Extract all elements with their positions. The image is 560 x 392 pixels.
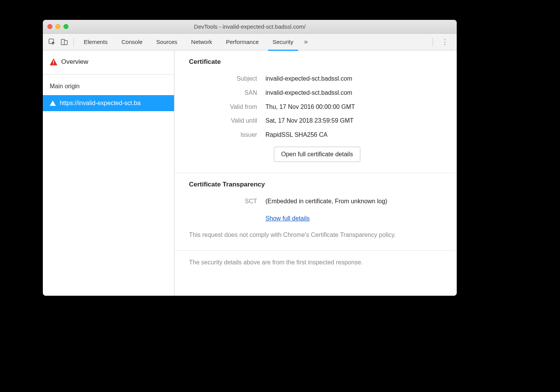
tab-security[interactable]: Security bbox=[268, 34, 298, 50]
cert-val: Thu, 17 Nov 2016 00:00:00 GMT bbox=[265, 102, 442, 113]
show-full-details-link[interactable]: Show full details bbox=[265, 213, 310, 224]
tab-label: Console bbox=[122, 39, 143, 45]
ct-section: Certificate Transparency SCT (Embedded i… bbox=[174, 173, 457, 251]
close-window-button[interactable] bbox=[47, 24, 52, 29]
tab-label: Performance bbox=[226, 39, 259, 45]
window-title: DevTools - invalid-expected-sct.badssl.c… bbox=[43, 23, 457, 30]
main-origin-heading: Main origin bbox=[43, 75, 174, 95]
tab-label: Security bbox=[273, 39, 293, 45]
certificate-heading: Certificate bbox=[189, 58, 442, 66]
tab-console[interactable]: Console bbox=[117, 34, 147, 50]
device-toolbar-icon[interactable] bbox=[58, 36, 70, 48]
ct-link-row: Show full details bbox=[189, 209, 442, 226]
cert-key: SAN bbox=[189, 87, 265, 99]
ct-val: (Embedded in certificate, From unknown l… bbox=[265, 196, 442, 207]
tab-network[interactable]: Network bbox=[187, 34, 217, 50]
sidebar-item-overview[interactable]: Overview bbox=[43, 50, 174, 75]
tab-label: Network bbox=[191, 39, 212, 45]
ct-heading: Certificate Transparency bbox=[189, 181, 442, 188]
sidebar: Overview Main origin https://invalid-exp… bbox=[43, 50, 174, 296]
cert-row-valid-from: Valid from Thu, 17 Nov 2016 00:00:00 GMT bbox=[189, 100, 442, 114]
tab-performance[interactable]: Performance bbox=[221, 34, 264, 50]
open-certificate-details-button[interactable]: Open full certificate details bbox=[274, 147, 360, 162]
inspect-element-icon[interactable] bbox=[46, 36, 58, 48]
cert-val: Sat, 17 Nov 2018 23:59:59 GMT bbox=[265, 115, 442, 126]
warning-triangle-icon bbox=[50, 100, 56, 106]
origin-url: https://invalid-expected-sct.ba bbox=[60, 100, 141, 107]
cert-row-valid-until: Valid until Sat, 17 Nov 2018 23:59:59 GM… bbox=[189, 114, 442, 128]
cert-row-san: SAN invalid-expected-sct.badssl.com bbox=[189, 86, 442, 100]
ct-row-sct: SCT (Embedded in certificate, From unkno… bbox=[189, 194, 442, 209]
tab-sources[interactable]: Sources bbox=[152, 34, 182, 50]
sidebar-item-origin[interactable]: https://invalid-expected-sct.ba bbox=[43, 95, 174, 111]
cert-row-subject: Subject invalid-expected-sct.badssl.com bbox=[189, 72, 442, 86]
cert-val: invalid-expected-sct.badssl.com bbox=[265, 87, 442, 99]
minimize-window-button[interactable] bbox=[55, 24, 60, 29]
cert-key: Valid from bbox=[189, 102, 265, 113]
cert-key: Issuer bbox=[189, 130, 265, 141]
ct-compliance-note: This request does not comply with Chrome… bbox=[189, 230, 442, 240]
toolbar-divider bbox=[73, 37, 74, 47]
svg-rect-3 bbox=[53, 61, 54, 63]
toolbar: Elements Console Sources Network Perform… bbox=[43, 34, 457, 50]
cert-key: Valid until bbox=[189, 115, 265, 126]
cert-key: Subject bbox=[189, 73, 265, 84]
tab-label: Elements bbox=[84, 39, 108, 45]
tab-overflow-button[interactable]: » bbox=[304, 38, 308, 46]
more-options-icon[interactable]: ⋮ bbox=[436, 38, 454, 46]
traffic-lights bbox=[47, 24, 68, 29]
cert-row-issuer: Issuer RapidSSL SHA256 CA bbox=[189, 128, 442, 142]
zoom-window-button[interactable] bbox=[63, 24, 68, 29]
tab-label: Sources bbox=[156, 39, 177, 45]
warning-triangle-icon bbox=[50, 58, 57, 65]
footer-note: The security details above are from the … bbox=[174, 251, 457, 274]
overview-label: Overview bbox=[61, 58, 88, 66]
titlebar: DevTools - invalid-expected-sct.badssl.c… bbox=[43, 20, 457, 34]
toolbar-divider bbox=[433, 37, 433, 47]
ct-key: SCT bbox=[189, 196, 265, 207]
cert-val: invalid-expected-sct.badssl.com bbox=[265, 73, 442, 84]
content-pane: Certificate Subject invalid-expected-sct… bbox=[174, 50, 457, 296]
tab-elements[interactable]: Elements bbox=[79, 34, 112, 50]
svg-rect-2 bbox=[64, 40, 67, 45]
cert-val: RapidSSL SHA256 CA bbox=[265, 130, 442, 141]
svg-rect-4 bbox=[53, 63, 54, 64]
certificate-section: Certificate Subject invalid-expected-sct… bbox=[174, 50, 457, 173]
panel-body: Overview Main origin https://invalid-exp… bbox=[43, 50, 457, 296]
devtools-window: DevTools - invalid-expected-sct.badssl.c… bbox=[43, 20, 457, 296]
